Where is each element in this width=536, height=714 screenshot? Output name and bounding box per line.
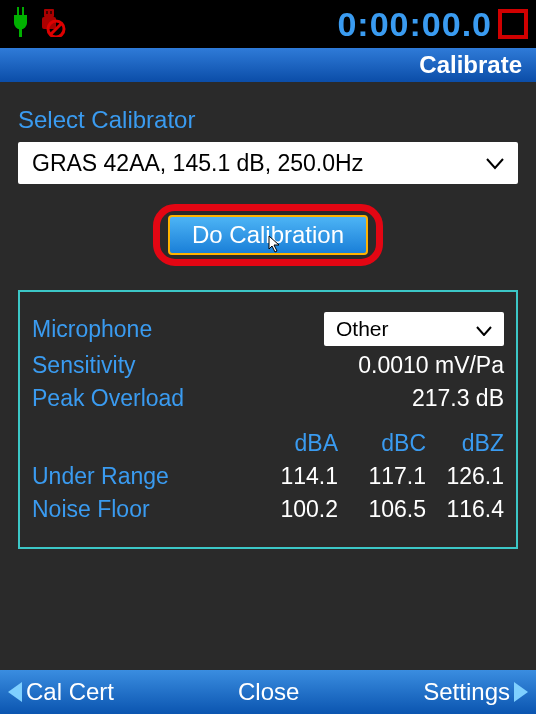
under-range-dbz: 126.1 <box>434 463 504 490</box>
noise-floor-dbc: 106.5 <box>346 496 426 523</box>
col-header-dbc: dBC <box>346 430 426 457</box>
content-area: Select Calibrator GRAS 42AA, 145.1 dB, 2… <box>0 82 536 559</box>
col-header-dbz: dBZ <box>434 430 504 457</box>
sensitivity-label: Sensitivity <box>32 352 136 379</box>
triangle-left-icon <box>8 682 22 702</box>
microphone-selected-value: Other <box>336 317 389 341</box>
svg-rect-3 <box>44 9 54 17</box>
noise-floor-dba: 100.2 <box>258 496 338 523</box>
under-range-label: Under Range <box>32 463 250 490</box>
peak-overload-value: 217.3 dB <box>412 385 504 412</box>
noise-floor-dbz: 116.4 <box>434 496 504 523</box>
range-table: dBA dBC dBZ Under Range 114.1 117.1 126.… <box>32 430 504 523</box>
chevron-down-icon <box>486 152 504 175</box>
settings-label: Settings <box>423 678 510 706</box>
under-range-dba: 114.1 <box>258 463 338 490</box>
bottom-bar: Cal Cert Close Settings <box>0 670 536 714</box>
svg-rect-0 <box>17 7 19 15</box>
under-range-dbc: 117.1 <box>346 463 426 490</box>
power-plug-icon <box>8 7 32 41</box>
cal-cert-label: Cal Cert <box>26 678 114 706</box>
svg-rect-5 <box>50 11 52 14</box>
do-calibration-label: Do Calibration <box>192 221 344 248</box>
sensitivity-value: 0.0010 mV/Pa <box>358 352 504 379</box>
triangle-right-icon <box>514 682 528 702</box>
close-button[interactable]: Close <box>238 678 299 706</box>
microphone-select[interactable]: Other <box>324 312 504 346</box>
svg-rect-1 <box>22 7 24 15</box>
svg-rect-4 <box>46 11 48 14</box>
chevron-down-icon <box>476 317 492 341</box>
calibrator-selected-value: GRAS 42AA, 145.1 dB, 250.0Hz <box>32 150 363 177</box>
stop-icon[interactable] <box>498 9 528 39</box>
microphone-label: Microphone <box>32 316 152 343</box>
col-header-dba: dBA <box>258 430 338 457</box>
cal-cert-button[interactable]: Cal Cert <box>8 678 114 706</box>
table-row: Noise Floor 100.2 106.5 116.4 <box>32 496 504 523</box>
noise-floor-label: Noise Floor <box>32 496 250 523</box>
settings-button[interactable]: Settings <box>423 678 528 706</box>
table-row: Under Range 114.1 117.1 126.1 <box>32 463 504 490</box>
calibrator-select[interactable]: GRAS 42AA, 145.1 dB, 250.0Hz <box>18 142 518 184</box>
highlight-ring: Do Calibration <box>153 204 383 266</box>
timer-readout: 0:00:00.0 <box>337 5 492 44</box>
status-bar: 0:00:00.0 <box>0 0 536 48</box>
info-panel: Microphone Other Sensitivity 0.0010 mV/P… <box>18 290 518 549</box>
do-calibration-button[interactable]: Do Calibration <box>168 215 368 255</box>
page-title: Calibrate <box>419 51 522 79</box>
select-calibrator-label: Select Calibrator <box>18 106 518 134</box>
svg-rect-2 <box>19 27 22 37</box>
title-bar: Calibrate <box>0 48 536 82</box>
usb-error-icon <box>36 7 66 41</box>
peak-overload-label: Peak Overload <box>32 385 184 412</box>
close-label: Close <box>238 678 299 706</box>
